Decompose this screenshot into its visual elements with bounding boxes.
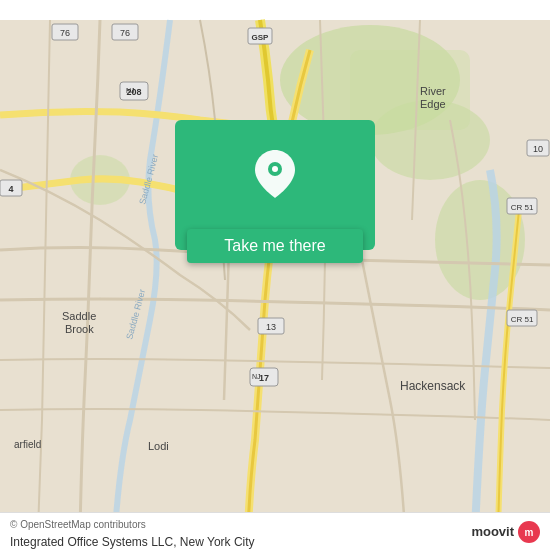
svg-text:CR 51: CR 51 [511,203,534,212]
moovit-text: moovit [471,524,514,539]
svg-text:Lodi: Lodi [148,440,169,452]
svg-text:m: m [525,527,534,538]
moovit-logo: moovit m [471,521,540,543]
map-background: River Edge Saddle Brook Hackensack Lodi … [0,0,550,550]
svg-text:Hackensack: Hackensack [400,379,466,393]
svg-text:13: 13 [266,322,276,332]
svg-text:10: 10 [533,144,543,154]
map-container: River Edge Saddle Brook Hackensack Lodi … [0,0,550,550]
svg-text:76: 76 [120,28,130,38]
attribution-area: © OpenStreetMap contributors Integrated … [10,514,255,550]
take-me-there-label: Take me there [224,237,325,255]
attribution-text: © OpenStreetMap contributors [10,519,146,530]
svg-point-41 [272,166,278,172]
svg-text:76: 76 [60,28,70,38]
svg-text:CR 51: CR 51 [511,315,534,324]
svg-text:Saddle: Saddle [62,310,96,322]
svg-text:GSP: GSP [252,33,270,42]
location-label: Integrated Office Systems LLC, New York … [10,535,255,549]
svg-text:River: River [420,85,446,97]
bottom-bar: © OpenStreetMap contributors Integrated … [0,512,550,550]
svg-text:NJ: NJ [126,87,135,94]
svg-text:Brook: Brook [65,323,94,335]
moovit-icon: m [518,521,540,543]
svg-text:Edge: Edge [420,98,446,110]
svg-text:NJ: NJ [252,373,261,380]
svg-rect-5 [350,50,470,130]
svg-text:4: 4 [8,184,13,194]
location-pin [255,150,295,198]
take-me-there-button[interactable]: Take me there [187,229,363,263]
svg-text:arfield: arfield [14,439,41,450]
